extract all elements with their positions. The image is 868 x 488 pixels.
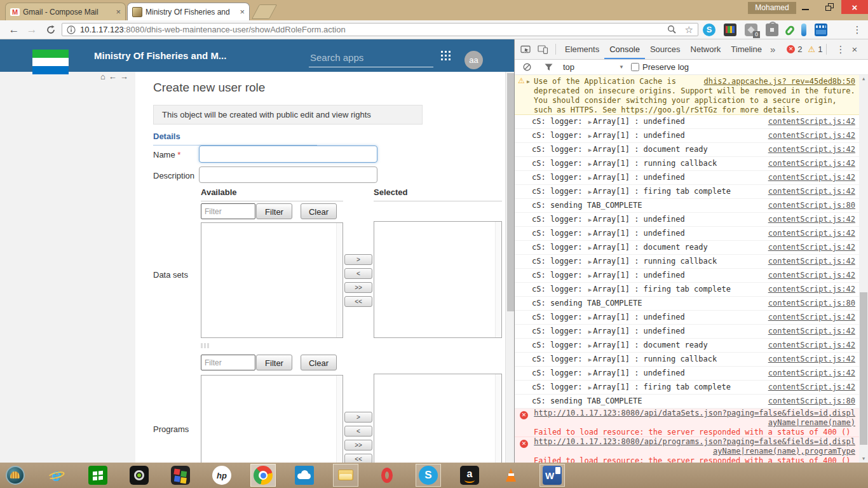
clear-console-icon[interactable]: [523, 63, 531, 71]
expand-arrow-icon[interactable]: ▶: [588, 356, 592, 363]
expand-arrow-icon[interactable]: ▶: [588, 259, 592, 265]
datasets-clear-button[interactable]: Clear: [301, 203, 337, 219]
minimize-button[interactable]: [793, 0, 817, 13]
taskbar-hp-cloud-icon[interactable]: [292, 464, 317, 487]
home-icon[interactable]: ⌂: [100, 72, 105, 81]
tab-close-icon[interactable]: ×: [240, 8, 245, 16]
expand-arrow-icon[interactable]: ▶: [588, 161, 592, 167]
devtools-close-icon[interactable]: ×: [851, 44, 857, 55]
zoom-icon[interactable]: [667, 25, 677, 34]
expand-arrow-icon[interactable]: ▶: [588, 315, 592, 321]
taskbar-vlc-icon[interactable]: [498, 464, 524, 487]
programs-filter-input[interactable]: [201, 355, 255, 370]
source-link[interactable]: contentScript.js:42: [768, 255, 855, 268]
bookmark-star-icon[interactable]: ☆: [685, 24, 693, 36]
scroll-up-icon[interactable]: ▲: [859, 76, 868, 81]
transfer-button[interactable]: >: [344, 254, 372, 265]
transfer-button[interactable]: >>: [344, 440, 372, 451]
taskbar-amazon-icon[interactable]: a: [457, 464, 482, 487]
taskbar-start-icon[interactable]: [3, 464, 28, 487]
execution-context-select[interactable]: top ▼: [563, 62, 624, 72]
source-link[interactable]: contentScript.js:42: [768, 325, 855, 338]
console-scrollbar[interactable]: ▲ ▼: [859, 75, 868, 463]
expand-arrow-icon[interactable]: ▶: [588, 189, 592, 195]
new-tab-button[interactable]: [252, 4, 277, 19]
source-link[interactable]: contentScript.js:42: [768, 213, 855, 226]
taskbar-word-icon[interactable]: W: [539, 464, 565, 487]
tv-extension-icon[interactable]: [724, 24, 736, 36]
skype-extension-icon[interactable]: S: [703, 24, 715, 36]
list-scrollbar[interactable]: [495, 222, 501, 337]
datasets-selected-list[interactable]: [374, 221, 502, 338]
devtools-tab-elements[interactable]: Elements: [560, 39, 604, 59]
expand-arrow-icon[interactable]: ▶: [527, 77, 530, 86]
source-link[interactable]: contentScript.js:42: [768, 339, 855, 352]
taskbar-camera-icon[interactable]: [126, 464, 152, 487]
more-tabs-icon[interactable]: »: [770, 44, 775, 55]
expand-arrow-icon[interactable]: ▶: [588, 370, 592, 377]
source-link[interactable]: contentScript.js:42: [768, 115, 855, 128]
expand-arrow-icon[interactable]: ▶: [588, 329, 592, 335]
search-apps-field[interactable]: [309, 48, 433, 67]
taskbar-ie-icon[interactable]: e: [44, 464, 69, 487]
devtools-tab-sources[interactable]: Sources: [645, 39, 686, 59]
scrollbar-thumb[interactable]: [860, 292, 867, 445]
search-apps-input[interactable]: [309, 48, 433, 67]
source-link[interactable]: contentScript.js:80: [768, 297, 855, 310]
source-link[interactable]: contentScript.js:42: [768, 381, 855, 394]
transfer-button[interactable]: <: [344, 268, 372, 279]
source-link[interactable]: contentScript.js:42: [768, 185, 855, 198]
source-link[interactable]: contentScript.js:42: [768, 353, 855, 366]
taskbar-store-icon[interactable]: [85, 464, 111, 487]
expand-arrow-icon[interactable]: ▶: [588, 245, 592, 251]
browser-profile-button[interactable]: Mohamed: [748, 2, 796, 14]
avatar[interactable]: aa: [465, 51, 483, 69]
page-info-icon[interactable]: [67, 25, 76, 34]
prev-icon[interactable]: ←: [109, 72, 117, 81]
taskbar-puzzle-icon[interactable]: [168, 464, 193, 487]
expand-arrow-icon[interactable]: ▶: [588, 342, 592, 349]
expand-arrow-icon[interactable]: ▶: [588, 119, 592, 125]
datasets-filter-button[interactable]: Filter: [256, 203, 292, 219]
filter-icon[interactable]: [545, 64, 553, 71]
expand-arrow-icon[interactable]: ▶: [588, 273, 592, 279]
expand-arrow-icon[interactable]: ▶: [588, 231, 592, 237]
taskbar-opera-icon[interactable]: [374, 464, 400, 487]
tab-gmail[interactable]: M Gmail - Compose Mail ×: [5, 3, 126, 20]
forward-button[interactable]: →: [23, 20, 41, 39]
source-link[interactable]: contentScript.js:42: [768, 367, 855, 380]
devtools-tab-console[interactable]: Console: [604, 39, 645, 59]
expand-arrow-icon[interactable]: ▶: [588, 217, 592, 223]
next-icon[interactable]: →: [120, 72, 128, 81]
device-toolbar-icon[interactable]: [538, 44, 548, 54]
scroll-down-icon[interactable]: ▼: [859, 456, 868, 461]
devtools-tab-network[interactable]: Network: [686, 39, 726, 59]
source-link[interactable]: contentScript.js:42: [768, 143, 855, 156]
transfer-button[interactable]: <: [344, 426, 372, 437]
request-url-link[interactable]: http://10.1.17.123:8080/api/dataSets.jso…: [534, 409, 855, 428]
film-extension-icon[interactable]: [815, 24, 827, 36]
taskbar-skype-icon[interactable]: S: [416, 464, 441, 487]
transfer-button[interactable]: >: [344, 412, 372, 423]
source-link[interactable]: contentScript.js:80: [768, 395, 855, 408]
expand-arrow-icon[interactable]: ▶: [588, 287, 592, 293]
expand-arrow-icon[interactable]: ▶: [588, 175, 592, 181]
datasets-filter-input[interactable]: [201, 203, 255, 219]
source-link[interactable]: contentScript.js:42: [768, 269, 855, 282]
source-link[interactable]: contentScript.js:42: [768, 227, 855, 240]
reload-button[interactable]: [42, 20, 60, 39]
back-button[interactable]: ←: [5, 20, 23, 39]
source-link[interactable]: contentScript.js:42: [768, 241, 855, 254]
name-field[interactable]: [199, 146, 377, 163]
devtools-tab-timeline[interactable]: Timeline: [726, 39, 767, 59]
apps-grid-icon[interactable]: [441, 51, 451, 61]
transfer-button[interactable]: <<: [344, 454, 372, 463]
close-button[interactable]: ×: [841, 0, 868, 14]
restore-button[interactable]: [817, 0, 841, 13]
source-link[interactable]: dhis2.appcache.js? rev=45ded8b:50: [704, 77, 855, 86]
programs-available-list[interactable]: [201, 375, 343, 463]
source-link[interactable]: contentScript.js:42: [768, 157, 855, 170]
bag-extension-icon[interactable]: [766, 24, 778, 36]
expand-arrow-icon[interactable]: ▶: [588, 147, 592, 153]
error-count-icon[interactable]: ✕: [787, 45, 795, 53]
